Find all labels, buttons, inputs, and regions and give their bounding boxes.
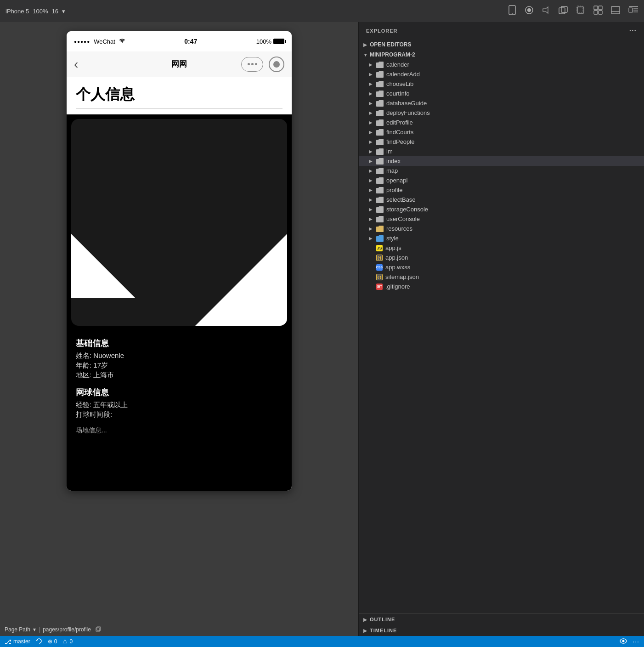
status-right: 100%	[256, 38, 284, 45]
svg-rect-19	[629, 8, 633, 12]
folder-editProfile-chevron	[368, 120, 373, 125]
grid-icon[interactable]	[593, 6, 603, 17]
outline-header[interactable]: OUTLINE	[359, 614, 644, 625]
app-json-label: app.json	[385, 254, 408, 261]
title-divider	[76, 108, 282, 109]
battery-pct: 100%	[256, 38, 271, 45]
folder-calender[interactable]: calender	[359, 60, 644, 69]
app-json-icon: {·}	[376, 255, 383, 261]
folder-openapi-icon	[376, 177, 384, 184]
region-value: 上海市	[93, 371, 114, 379]
nav-dots-button[interactable]	[241, 57, 263, 72]
folder-calenderAdd-icon	[376, 71, 384, 78]
errors-item[interactable]: ⊗ 0	[48, 638, 57, 645]
folder-resources[interactable]: resources	[359, 224, 644, 233]
folder-databaseGuide[interactable]: databaseGuide	[359, 98, 644, 108]
nav-record-button[interactable]	[269, 57, 284, 72]
speaker-icon[interactable]	[542, 6, 550, 17]
dot3	[255, 63, 257, 65]
folder-calender-label: calender	[386, 61, 409, 68]
page-title-section: 个人信息	[67, 77, 292, 114]
open-editors-label: OPEN EDITORS	[370, 41, 411, 48]
exp-value: 五年或以上	[93, 401, 128, 409]
dropdown-arrow[interactable]: ▾	[62, 8, 65, 15]
bg-shape-left	[71, 234, 136, 298]
folder-selectBase[interactable]: selectBase	[359, 195, 644, 204]
folder-courtInfo-label: courtInfo	[386, 90, 410, 97]
miniprogram-chevron	[362, 52, 368, 57]
folder-map[interactable]: map	[359, 166, 644, 176]
file-gitignore[interactable]: GIT .gitignore	[359, 282, 644, 291]
sitemap-json-icon: {·}	[376, 274, 383, 280]
name-value: Nuowenle	[93, 352, 124, 359]
folder-map-icon	[376, 168, 384, 174]
explorer-more-button[interactable]: ···	[629, 27, 637, 35]
panel-icon[interactable]	[611, 6, 620, 17]
folder-storageConsole[interactable]: storageConsole	[359, 204, 644, 214]
folder-editProfile-label: editProfile	[386, 119, 413, 126]
sitemap-json-label: sitemap.json	[385, 273, 419, 280]
svg-rect-9	[594, 6, 598, 10]
sync-item[interactable]	[36, 638, 42, 646]
back-button[interactable]: ‹	[74, 57, 78, 72]
folder-style-icon	[376, 235, 384, 242]
folder-editProfile[interactable]: editProfile	[359, 118, 644, 127]
folder-calenderAdd[interactable]: calenderAdd	[359, 69, 644, 79]
folder-userConsole[interactable]: userConsole	[359, 214, 644, 224]
warnings-count: 0	[69, 638, 73, 645]
time-label: 打球时间段:	[76, 410, 112, 418]
wifi-icon	[119, 38, 125, 45]
exp-item: 经验: 五年或以上	[76, 401, 282, 409]
page-path-label[interactable]: Page Path	[5, 626, 30, 633]
folder-chooseLib-icon	[376, 81, 384, 87]
folder-im-icon	[376, 148, 384, 155]
file-app-json[interactable]: {·} app.json	[359, 253, 644, 262]
path-copy-icon[interactable]	[96, 626, 101, 633]
folder-databaseGuide-chevron	[368, 101, 373, 106]
phone-frame: ●●●●● WeChat 0:47 100% ‹ 网网	[67, 31, 292, 491]
basic-info-group: 基础信息 姓名: Nuowenle 年龄: 17岁 地区: 上海市	[76, 338, 282, 380]
warnings-item[interactable]: ⚠ 0	[62, 638, 73, 645]
folder-findPeople[interactable]: findPeople	[359, 137, 644, 147]
folder-findPeople-icon	[376, 139, 384, 145]
file-sitemap-json[interactable]: {·} sitemap.json	[359, 272, 644, 282]
explorer-header: EXPLORER ···	[359, 22, 644, 40]
folder-im[interactable]: im	[359, 147, 644, 156]
folder-index[interactable]: index	[359, 156, 644, 166]
name-label: 姓名:	[76, 352, 91, 359]
svg-rect-7	[577, 7, 584, 13]
duplicate-icon[interactable]	[559, 6, 568, 17]
file-app-wxss[interactable]: CSS app.wxss	[359, 262, 644, 272]
folder-findCourts-chevron	[368, 130, 373, 135]
folder-deployFunctions[interactable]: deployFunctions	[359, 108, 644, 118]
folder-style[interactable]: style	[359, 233, 644, 243]
folder-chooseLib[interactable]: chooseLib	[359, 79, 644, 89]
file-app-js[interactable]: JS app.js	[359, 243, 644, 253]
copy-icon[interactable]	[576, 6, 585, 17]
explorer-tree[interactable]: OPEN EDITORS MINIPROGRAM-2 calender	[359, 40, 644, 613]
statusbar-left: ⎇ master ⊗ 0 ⚠ 0	[5, 638, 612, 646]
folder-style-label: style	[386, 235, 399, 242]
bg-shape-right	[195, 234, 287, 326]
folder-findCourts[interactable]: findCourts	[359, 127, 644, 137]
more-status-item[interactable]: ···	[633, 638, 639, 645]
page-path-dropdown[interactable]: ▾	[33, 626, 36, 633]
folder-profile[interactable]: profile	[359, 185, 644, 195]
open-editors-header[interactable]: OPEN EDITORS	[359, 40, 644, 50]
folder-calender-chevron	[368, 62, 373, 68]
app-js-label: app.js	[385, 244, 401, 251]
svg-rect-5	[559, 8, 565, 14]
visibility-item[interactable]	[620, 638, 627, 645]
folder-courtInfo[interactable]: courtInfo	[359, 89, 644, 98]
miniprogram-header[interactable]: MINIPROGRAM-2	[359, 50, 644, 60]
phone-icon[interactable]	[508, 5, 516, 17]
layout-icon[interactable]	[628, 6, 638, 17]
folder-openapi[interactable]: openapi	[359, 176, 644, 185]
git-branch-item[interactable]: ⎇ master	[5, 638, 30, 645]
explorer-panel: EXPLORER ··· OPEN EDITORS MINIPROGRAM-2	[358, 22, 644, 636]
more-status-icon: ···	[633, 638, 639, 645]
svg-rect-23	[97, 627, 101, 630]
timeline-header[interactable]: TIMELINE	[359, 625, 644, 636]
folder-selectBase-icon	[376, 197, 384, 203]
record-icon[interactable]	[525, 6, 534, 17]
